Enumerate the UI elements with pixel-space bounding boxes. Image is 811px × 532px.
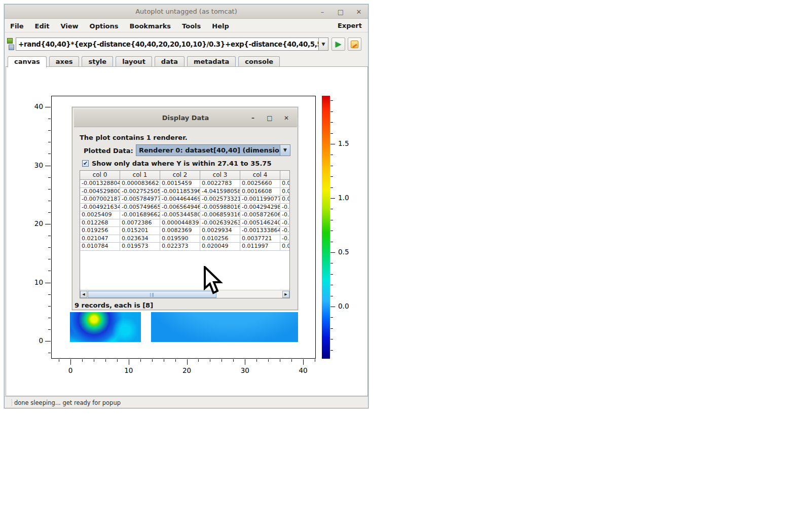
table-cell: -0.005784977... [120,196,160,204]
table-cell: -0.005988016... [200,204,240,212]
y-axis-tick [48,119,51,119]
menu-tools[interactable]: Tools [176,22,206,30]
scroll-left-icon[interactable]: ◀ [80,291,87,298]
table-cell: 0.012268 [80,219,120,227]
column-header[interactable]: col 2 [160,171,200,180]
table-cell: 0.00 [280,243,290,251]
menu-file[interactable]: File [5,22,29,30]
column-header[interactable]: col 4 [240,171,280,180]
colorbar-tick [330,350,333,351]
menu-view[interactable]: View [55,22,84,30]
uri-input[interactable]: +rand{40,40}*{exp{-distance{40,40,20,20,… [16,37,319,51]
menu-bookmarks[interactable]: Bookmarks [124,22,177,30]
expert-menu[interactable]: Expert [338,22,362,29]
plotted-data-label: Plotted Data: [84,147,133,155]
tab-axes[interactable]: axes [49,56,80,67]
table-cell: -0.005749665... [120,204,160,212]
dialog-title: Display Data [162,114,209,122]
data-table-scrollpane[interactable]: col 0col 1col 2col 3col 4col 5-0.0013288… [80,170,290,298]
window-title: Autoplot untagged (as tomcat) [135,8,237,15]
plot-go-button[interactable]: ▶ [331,37,345,51]
table-cell: -0.004529800... [80,188,120,196]
colorbar-tick [330,187,333,188]
table-cell: 0.0022783 [200,180,240,188]
table-row[interactable]: -0.007002187...-0.005784977...-0.0044644… [80,196,290,204]
colorbar-tick [330,296,333,296]
table-cell: 0.011997 [240,243,280,251]
colorbar-tick [330,100,333,101]
table-cell: -0.0 [280,227,290,235]
table-row[interactable]: -0.001328804...0.0000836620.00154590.002… [80,180,290,188]
column-header[interactable]: col 1 [120,171,160,180]
column-header[interactable]: col 0 [80,171,120,180]
table-row[interactable]: 0.0210470.0236340.0195900.0102560.003772… [80,235,290,243]
menu-help[interactable]: Help [206,22,234,30]
filter-checkbox[interactable]: ✔ [82,160,89,167]
inspect-uri-button[interactable] [348,37,361,51]
colorbar-tick [330,209,333,209]
table-row[interactable]: 0.0192560.0152010.00823690.0029934-0.001… [80,227,290,235]
colorbar [322,96,330,359]
tab-style[interactable]: style [82,56,113,67]
x-axis-tick [164,359,164,362]
table-cell: 0.0037721 [240,235,280,243]
menu-options[interactable]: Options [84,22,124,30]
x-axis-tick [175,359,176,362]
x-axis-tick-label: 20 [178,366,196,374]
colorbar-tick [330,111,333,112]
table-cell: 0.021047 [80,235,120,243]
x-axis-tick [198,359,199,362]
table-cell: -0.001689662... [120,211,160,219]
dialog-maximize-icon[interactable]: □ [266,115,273,122]
table-cell: -4.041598058... [200,188,240,196]
dialog-minimize-icon[interactable]: – [249,115,256,122]
tab-data[interactable]: data [155,56,185,67]
close-icon[interactable]: ✕ [355,8,363,16]
colorbar-tick [330,144,335,144]
colorbar-tick [330,198,335,199]
tab-console[interactable]: console [238,56,280,67]
dialog-close-icon[interactable]: ✕ [283,115,290,122]
column-header[interactable]: col 5 [280,171,290,180]
x-axis-tick [152,359,153,362]
y-axis-tick [48,212,51,213]
menu-bar: FileEditViewOptionsBookmarksToolsHelp Ex… [5,19,368,32]
edit-document-icon [351,41,358,48]
tab-layout[interactable]: layout [116,56,152,67]
table-cell: 0.0082369 [160,227,200,235]
table-row[interactable]: 0.0107840.0195730.0223730.0200490.011997… [80,243,290,251]
tab-metadata[interactable]: metadata [187,56,236,67]
y-axis-tick [48,142,51,142]
scrollbar-thumb[interactable] [88,291,216,298]
dialog-title-bar[interactable]: Display Data – □ ✕ [74,109,297,127]
uri-dropdown-icon[interactable]: ▼ [319,37,328,51]
x-axis-tick [233,359,234,362]
maximize-icon[interactable]: □ [337,8,345,16]
x-axis-tick [140,359,141,362]
table-row[interactable]: -0.004529800...-0.002752505...-0.0011853… [80,188,290,196]
colorbar-tick-label: 0.5 [338,248,358,256]
table-row[interactable]: 0.0025409-0.001689662...-0.005344580...-… [80,211,290,219]
menu-edit[interactable]: Edit [29,22,55,30]
x-axis-tick [222,359,222,362]
table-row[interactable]: 0.0122680.00723860.000044839-0.002639263… [80,219,290,227]
column-header[interactable]: col 3 [200,171,240,180]
mouse-cursor-icon [203,266,223,295]
table-cell: 0.023634 [120,235,160,243]
tab-canvas[interactable]: canvas [8,56,47,67]
x-axis-tick [129,359,129,365]
colorbar-tick [330,339,333,339]
scroll-right-icon[interactable]: ▶ [282,291,289,298]
table-cell: 0.0025409 [80,211,120,219]
table-row[interactable]: -0.004921634...-0.005749665...-0.0065649… [80,204,290,212]
minimize-icon[interactable]: – [318,8,326,16]
renderer-combo[interactable]: Renderer 0: dataset[40,40] (dimension...… [136,144,290,156]
title-bar[interactable]: Autoplot untagged (as tomcat) – □ ✕ [5,5,368,19]
table-cell: -0.005146240... [240,219,280,227]
table-cell: -0.004921634... [80,204,120,212]
horizontal-scrollbar[interactable]: ◀ ▶ [80,290,289,298]
table-cell: -0.007002187... [80,196,120,204]
colorbar-tick [330,166,333,166]
status-message: done sleeping... get ready for popup [14,399,121,406]
uri-toolbar: +rand{40,40}*{exp{-distance{40,40,20,20,… [5,32,368,56]
